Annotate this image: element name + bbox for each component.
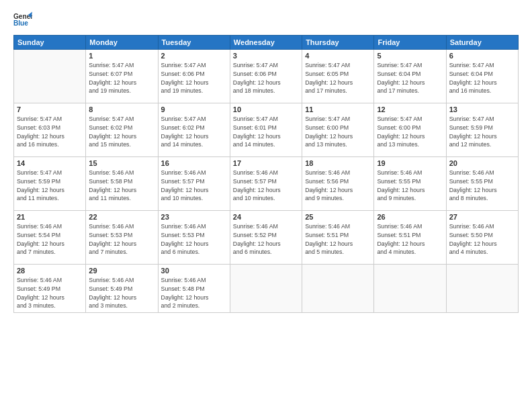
day-info: Sunrise: 5:46 AM Sunset: 5:53 PM Dayligh… xyxy=(89,222,154,257)
day-info: Sunrise: 5:46 AM Sunset: 5:56 PM Dayligh… xyxy=(305,169,371,203)
calendar-cell: 24Sunrise: 5:46 AM Sunset: 5:52 PM Dayli… xyxy=(230,211,302,265)
day-info: Sunrise: 5:46 AM Sunset: 5:49 PM Dayligh… xyxy=(17,276,83,310)
day-info: Sunrise: 5:46 AM Sunset: 5:54 PM Dayligh… xyxy=(17,222,83,257)
day-number: 19 xyxy=(377,159,443,167)
calendar-cell: 1Sunrise: 5:47 AM Sunset: 6:07 PM Daylig… xyxy=(86,50,158,103)
day-number: 16 xyxy=(161,159,227,167)
calendar-cell: 20Sunrise: 5:46 AM Sunset: 5:55 PM Dayli… xyxy=(446,157,518,211)
day-info: Sunrise: 5:47 AM Sunset: 6:03 PM Dayligh… xyxy=(17,115,83,149)
day-number: 22 xyxy=(89,213,154,221)
calendar-cell: 19Sunrise: 5:46 AM Sunset: 5:55 PM Dayli… xyxy=(374,157,446,211)
day-number: 13 xyxy=(449,105,515,113)
day-number: 9 xyxy=(161,105,227,113)
logo: General Blue xyxy=(13,11,32,30)
day-info: Sunrise: 5:47 AM Sunset: 5:59 PM Dayligh… xyxy=(449,115,515,149)
week-row-4: 21Sunrise: 5:46 AM Sunset: 5:54 PM Dayli… xyxy=(14,211,519,265)
day-number: 17 xyxy=(233,159,299,167)
day-info: Sunrise: 5:46 AM Sunset: 5:58 PM Dayligh… xyxy=(89,169,154,203)
svg-text:Blue: Blue xyxy=(13,19,28,27)
day-info: Sunrise: 5:47 AM Sunset: 6:01 PM Dayligh… xyxy=(233,115,299,149)
weekday-header-tuesday: Tuesday xyxy=(158,36,230,50)
page: General Blue SundayMondayTuesdayWednesda… xyxy=(0,0,532,411)
day-number: 27 xyxy=(449,213,515,221)
weekday-header-friday: Friday xyxy=(374,36,446,50)
day-info: Sunrise: 5:47 AM Sunset: 6:02 PM Dayligh… xyxy=(161,115,227,149)
calendar-cell xyxy=(14,50,86,103)
weekday-header-wednesday: Wednesday xyxy=(230,36,302,50)
calendar-cell: 10Sunrise: 5:47 AM Sunset: 6:01 PM Dayli… xyxy=(230,103,302,157)
calendar-cell: 5Sunrise: 5:47 AM Sunset: 6:04 PM Daylig… xyxy=(374,50,446,103)
day-number: 15 xyxy=(89,159,154,167)
calendar-cell: 13Sunrise: 5:47 AM Sunset: 5:59 PM Dayli… xyxy=(446,103,518,157)
day-info: Sunrise: 5:47 AM Sunset: 6:04 PM Dayligh… xyxy=(449,61,515,95)
calendar-cell: 8Sunrise: 5:47 AM Sunset: 6:02 PM Daylig… xyxy=(86,103,158,157)
weekday-header-saturday: Saturday xyxy=(446,36,518,50)
calendar-cell: 2Sunrise: 5:47 AM Sunset: 6:06 PM Daylig… xyxy=(158,50,230,103)
day-info: Sunrise: 5:47 AM Sunset: 5:59 PM Dayligh… xyxy=(17,169,83,203)
week-row-5: 28Sunrise: 5:46 AM Sunset: 5:49 PM Dayli… xyxy=(14,265,519,313)
calendar-cell: 9Sunrise: 5:47 AM Sunset: 6:02 PM Daylig… xyxy=(158,103,230,157)
calendar-cell xyxy=(446,265,518,313)
day-info: Sunrise: 5:46 AM Sunset: 5:51 PM Dayligh… xyxy=(305,222,371,257)
day-info: Sunrise: 5:46 AM Sunset: 5:57 PM Dayligh… xyxy=(233,169,299,203)
day-info: Sunrise: 5:46 AM Sunset: 5:52 PM Dayligh… xyxy=(233,222,299,257)
day-info: Sunrise: 5:47 AM Sunset: 6:04 PM Dayligh… xyxy=(377,61,443,95)
calendar-table: SundayMondayTuesdayWednesdayThursdayFrid… xyxy=(13,35,519,313)
day-info: Sunrise: 5:47 AM Sunset: 6:06 PM Dayligh… xyxy=(233,61,299,95)
calendar-cell: 15Sunrise: 5:46 AM Sunset: 5:58 PM Dayli… xyxy=(86,157,158,211)
calendar-cell: 16Sunrise: 5:46 AM Sunset: 5:57 PM Dayli… xyxy=(158,157,230,211)
day-info: Sunrise: 5:46 AM Sunset: 5:48 PM Dayligh… xyxy=(161,276,227,310)
day-info: Sunrise: 5:46 AM Sunset: 5:53 PM Dayligh… xyxy=(161,222,227,257)
week-row-1: 1Sunrise: 5:47 AM Sunset: 6:07 PM Daylig… xyxy=(14,50,519,103)
calendar-cell: 12Sunrise: 5:47 AM Sunset: 6:00 PM Dayli… xyxy=(374,103,446,157)
day-info: Sunrise: 5:47 AM Sunset: 6:02 PM Dayligh… xyxy=(89,115,154,149)
day-number: 10 xyxy=(233,105,299,113)
day-number: 12 xyxy=(377,105,443,113)
day-info: Sunrise: 5:47 AM Sunset: 6:06 PM Dayligh… xyxy=(161,61,227,95)
day-number: 28 xyxy=(17,267,83,275)
day-number: 25 xyxy=(305,213,371,221)
day-number: 8 xyxy=(89,105,154,113)
calendar-cell: 17Sunrise: 5:46 AM Sunset: 5:57 PM Dayli… xyxy=(230,157,302,211)
day-info: Sunrise: 5:47 AM Sunset: 6:07 PM Dayligh… xyxy=(89,61,154,95)
day-number: 23 xyxy=(161,213,227,221)
day-number: 6 xyxy=(449,52,515,60)
calendar-cell: 18Sunrise: 5:46 AM Sunset: 5:56 PM Dayli… xyxy=(302,157,374,211)
day-info: Sunrise: 5:46 AM Sunset: 5:49 PM Dayligh… xyxy=(89,276,154,310)
day-number: 21 xyxy=(17,213,83,221)
calendar-cell: 27Sunrise: 5:46 AM Sunset: 5:50 PM Dayli… xyxy=(446,211,518,265)
day-number: 26 xyxy=(377,213,443,221)
header: General Blue xyxy=(13,11,519,30)
calendar-cell: 14Sunrise: 5:47 AM Sunset: 5:59 PM Dayli… xyxy=(14,157,86,211)
day-info: Sunrise: 5:46 AM Sunset: 5:57 PM Dayligh… xyxy=(161,169,227,203)
day-number: 4 xyxy=(305,52,371,60)
weekday-header-thursday: Thursday xyxy=(302,36,374,50)
day-number: 20 xyxy=(449,159,515,167)
weekday-header-sunday: Sunday xyxy=(14,36,86,50)
week-row-3: 14Sunrise: 5:47 AM Sunset: 5:59 PM Dayli… xyxy=(14,157,519,211)
calendar-cell: 30Sunrise: 5:46 AM Sunset: 5:48 PM Dayli… xyxy=(158,265,230,313)
calendar-cell xyxy=(374,265,446,313)
calendar-cell xyxy=(302,265,374,313)
day-number: 14 xyxy=(17,159,83,167)
calendar-cell: 28Sunrise: 5:46 AM Sunset: 5:49 PM Dayli… xyxy=(14,265,86,313)
day-number: 24 xyxy=(233,213,299,221)
calendar-cell: 6Sunrise: 5:47 AM Sunset: 6:04 PM Daylig… xyxy=(446,50,518,103)
calendar-cell: 26Sunrise: 5:46 AM Sunset: 5:51 PM Dayli… xyxy=(374,211,446,265)
day-info: Sunrise: 5:47 AM Sunset: 6:00 PM Dayligh… xyxy=(377,115,443,149)
day-number: 3 xyxy=(233,52,299,60)
calendar-cell: 7Sunrise: 5:47 AM Sunset: 6:03 PM Daylig… xyxy=(14,103,86,157)
calendar-cell: 21Sunrise: 5:46 AM Sunset: 5:54 PM Dayli… xyxy=(14,211,86,265)
day-number: 7 xyxy=(17,105,83,113)
day-number: 11 xyxy=(305,105,371,113)
day-info: Sunrise: 5:46 AM Sunset: 5:50 PM Dayligh… xyxy=(449,222,515,257)
calendar-cell: 4Sunrise: 5:47 AM Sunset: 6:05 PM Daylig… xyxy=(302,50,374,103)
weekday-header-monday: Monday xyxy=(86,36,158,50)
day-info: Sunrise: 5:47 AM Sunset: 6:05 PM Dayligh… xyxy=(305,61,371,95)
calendar-cell: 22Sunrise: 5:46 AM Sunset: 5:53 PM Dayli… xyxy=(86,211,158,265)
calendar-cell: 3Sunrise: 5:47 AM Sunset: 6:06 PM Daylig… xyxy=(230,50,302,103)
calendar-cell: 11Sunrise: 5:47 AM Sunset: 6:00 PM Dayli… xyxy=(302,103,374,157)
calendar-cell: 23Sunrise: 5:46 AM Sunset: 5:53 PM Dayli… xyxy=(158,211,230,265)
calendar-cell: 25Sunrise: 5:46 AM Sunset: 5:51 PM Dayli… xyxy=(302,211,374,265)
week-row-2: 7Sunrise: 5:47 AM Sunset: 6:03 PM Daylig… xyxy=(14,103,519,157)
